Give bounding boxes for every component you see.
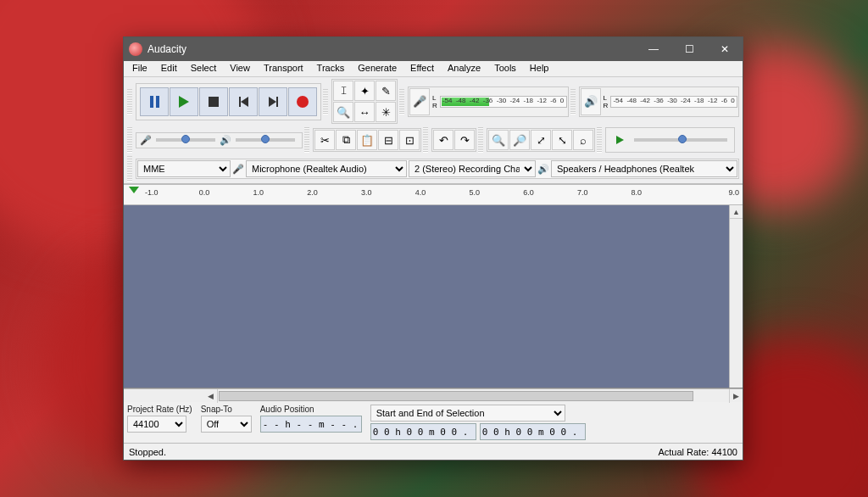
selection-start-field[interactable]: [370, 423, 476, 440]
zoom-tool-button[interactable]: 🔍: [333, 102, 353, 122]
trim-icon: ⊟: [384, 134, 393, 147]
toolbar-grip-icon[interactable]: [127, 127, 132, 153]
speaker-device-icon: 🔊: [537, 164, 549, 175]
multi-tool-button[interactable]: ✳: [376, 102, 396, 122]
menu-file[interactable]: File: [125, 61, 154, 76]
playback-speed-slider[interactable]: [634, 138, 727, 142]
minimize-button[interactable]: —: [636, 37, 671, 61]
vertical-scrollbar[interactable]: ▲: [729, 205, 743, 388]
tools-toolbar: 𝙸 ✦ ✎ 🔍 ↔ ✳: [331, 79, 398, 124]
menubar: File Edit Select View Transport Tracks G…: [124, 61, 743, 77]
menu-edit[interactable]: Edit: [154, 61, 184, 76]
menu-select[interactable]: Select: [184, 61, 224, 76]
envelope-tool-button[interactable]: ✦: [354, 81, 375, 101]
window-title: Audacity: [147, 43, 186, 55]
menu-transport[interactable]: Transport: [257, 61, 310, 76]
toolbar-grip-icon[interactable]: [423, 127, 428, 153]
fit-project-button[interactable]: ⤡: [552, 130, 572, 150]
undo-icon: ↶: [439, 134, 448, 147]
status-actual-rate: Actual Rate: 44100: [658, 447, 737, 457]
menu-tools[interactable]: Tools: [487, 61, 523, 76]
app-window: Audacity — ☐ ✕ File Edit Select View Tra…: [123, 36, 743, 461]
timeline-mark: 6.0: [523, 188, 577, 197]
mic-icon[interactable]: 🎤: [409, 88, 430, 115]
envelope-icon: ✦: [360, 85, 370, 98]
menu-effect[interactable]: Effect: [403, 61, 441, 76]
playback-meter[interactable]: -54 -48 -42 -36 -30 -24 -18 -12 -6 0: [610, 96, 737, 108]
stop-button[interactable]: [199, 87, 228, 116]
copy-button[interactable]: ⧉: [336, 130, 356, 150]
zoom-toggle-button[interactable]: ⌕: [573, 130, 593, 150]
playback-device-select[interactable]: Speakers / Headphones (Realtek: [551, 160, 737, 177]
horizontal-scrollbar[interactable]: ◀ ▶: [124, 388, 743, 402]
selection-tool-button[interactable]: 𝙸: [333, 81, 353, 101]
timeshift-tool-button[interactable]: ↔: [354, 102, 375, 122]
maximize-button[interactable]: ☐: [671, 37, 707, 61]
silence-button[interactable]: ⊡: [399, 130, 420, 150]
paste-button[interactable]: 📋: [357, 130, 377, 150]
zoom-out-button[interactable]: 🔎: [509, 130, 530, 150]
recording-channels-select[interactable]: 2 (Stereo) Recording Chan: [409, 160, 536, 177]
record-button[interactable]: [288, 87, 317, 116]
project-rate-label: Project Rate (Hz): [127, 405, 192, 414]
timeline-ruler[interactable]: -1.0 0.0 1.0 2.0 3.0 4.0 5.0 6.0 7.0 8.0…: [124, 184, 743, 205]
play-channel-l-label: L: [604, 94, 609, 102]
speaker-icon[interactable]: 🔊: [581, 88, 601, 115]
scroll-left-icon[interactable]: ◀: [204, 389, 218, 403]
record-meter-toolbar: 🎤 L R -54 -48 -42 -36 -30 -24: [408, 87, 569, 117]
scroll-right-icon[interactable]: ▶: [729, 389, 743, 403]
recording-device-select[interactable]: Microphone (Realtek Audio): [246, 160, 407, 177]
toolbar-grip-icon[interactable]: [127, 156, 132, 181]
skip-end-button[interactable]: [259, 87, 287, 116]
close-button[interactable]: ✕: [707, 37, 743, 61]
project-rate-select[interactable]: 44100: [127, 416, 186, 433]
speaker-slider-icon: 🔊: [220, 135, 231, 146]
menu-view[interactable]: View: [223, 61, 257, 76]
menu-tracks[interactable]: Tracks: [310, 61, 352, 76]
magnifier-icon: 🔍: [337, 106, 350, 119]
mic-slider-icon: 🎤: [140, 135, 152, 146]
fit-proj-icon: ⤡: [558, 134, 567, 147]
play-button[interactable]: [170, 87, 198, 116]
play-channel-r-label: R: [604, 102, 609, 109]
audio-host-select[interactable]: MME: [137, 160, 231, 177]
toolbar-grip-icon[interactable]: [597, 127, 602, 153]
audio-position-field[interactable]: [260, 416, 362, 433]
redo-button[interactable]: ↷: [454, 130, 475, 150]
undo-button[interactable]: ↶: [433, 130, 453, 150]
trim-button[interactable]: ⊟: [378, 130, 398, 150]
playback-volume-slider[interactable]: [236, 138, 295, 142]
toolbar-grip-icon[interactable]: [127, 89, 132, 114]
track-panel[interactable]: ▲: [124, 205, 743, 388]
scrollbar-thumb[interactable]: [219, 391, 693, 401]
menu-generate[interactable]: Generate: [351, 61, 403, 76]
play-at-speed-button[interactable]: [609, 130, 630, 150]
fit-sel-icon: ⤢: [537, 134, 546, 147]
titlebar[interactable]: Audacity — ☐ ✕: [124, 37, 743, 61]
paste-icon: 📋: [360, 134, 374, 147]
toolbar-grip-icon[interactable]: [478, 127, 483, 153]
selection-toolbar: Project Rate (Hz) 44100 Snap-To Off Audi…: [124, 402, 743, 443]
recording-volume-slider[interactable]: [156, 138, 215, 142]
zoom-in-button[interactable]: 🔍: [488, 130, 509, 150]
scroll-up-icon[interactable]: ▲: [730, 205, 743, 219]
pencil-icon: ✎: [381, 85, 391, 98]
draw-tool-button[interactable]: ✎: [376, 81, 396, 101]
rec-channel-l-label: L: [432, 94, 437, 102]
selection-end-field[interactable]: [480, 423, 586, 440]
snap-to-select[interactable]: Off: [201, 416, 252, 433]
toolbar-grip-icon[interactable]: [570, 89, 576, 114]
fit-selection-button[interactable]: ⤢: [531, 130, 551, 150]
cut-button[interactable]: ✂: [314, 130, 335, 150]
pause-button[interactable]: [140, 87, 169, 116]
record-meter[interactable]: -54 -48 -42 -36 -30 -24 -18 -12 -6 0: [440, 96, 567, 108]
skip-start-button[interactable]: [229, 87, 258, 116]
zoom-in-icon: 🔍: [492, 134, 505, 147]
menu-analyze[interactable]: Analyze: [441, 61, 487, 76]
selection-format-select[interactable]: Start and End of Selection: [370, 405, 565, 422]
menu-help[interactable]: Help: [523, 61, 556, 76]
copy-icon: ⧉: [342, 133, 350, 147]
toolbar-grip-icon[interactable]: [399, 89, 404, 114]
toolbar-grip-icon[interactable]: [323, 89, 328, 114]
toolbar-grip-icon[interactable]: [304, 127, 309, 153]
